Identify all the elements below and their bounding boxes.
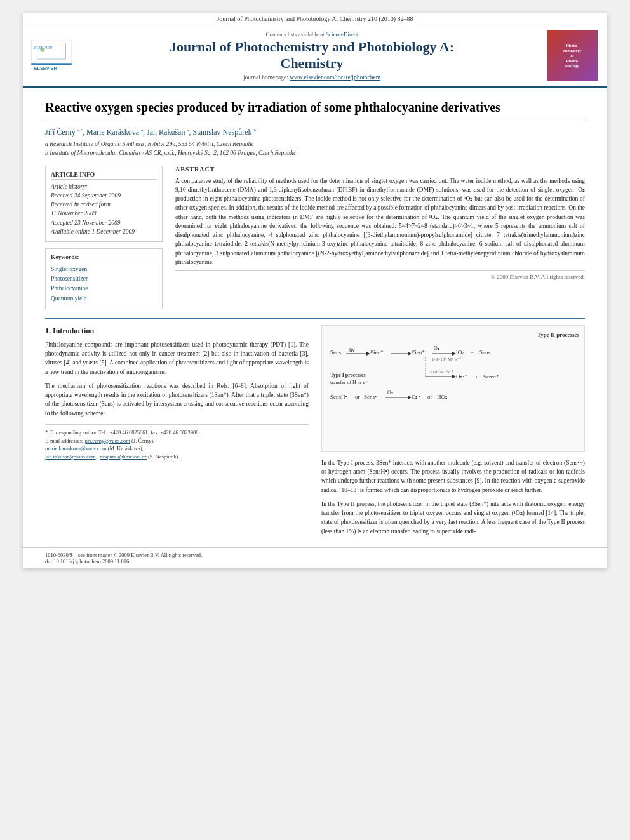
intro-section: 1. Introduction Phthalocyanine compounds… bbox=[45, 325, 585, 536]
journal-homepage: journal homepage: www.elsevier.com/locat… bbox=[86, 74, 537, 81]
svg-text:O₂: O₂ bbox=[387, 390, 393, 396]
keyword-1: Singlet oxygen bbox=[51, 265, 157, 274]
svg-text:¹O₂: ¹O₂ bbox=[456, 349, 464, 356]
intro-right: Type II processes Sens hν ¹Sen* ³Sen* O₂… bbox=[321, 325, 585, 536]
svg-text:hν: hν bbox=[349, 347, 355, 353]
affiliations: a Research Institute of Organic Synthesi… bbox=[45, 140, 585, 158]
email-link-2[interactable]: marie.karaskova@vuos.com bbox=[45, 445, 107, 451]
bottom-line2: doi:10.1016/j.jphotochem.2009.11.016 bbox=[45, 558, 585, 564]
intro-left: 1. Introduction Phthalocyanine compounds… bbox=[45, 325, 309, 536]
bottom-bar: 1010-6030/$ – see front matter © 2009 El… bbox=[23, 547, 607, 568]
email3-separator: , bbox=[97, 453, 98, 460]
reaction-scheme-svg: Sens hν ¹Sen* ³Sen* O₂ ¹O₂ + Sens 1-3×10… bbox=[327, 342, 543, 443]
svg-text:Sens: Sens bbox=[479, 349, 491, 356]
emails-label: E-mail addresses: bbox=[45, 437, 83, 444]
svg-text:🌿: 🌿 bbox=[40, 48, 44, 53]
svg-text:SensH•: SensH• bbox=[330, 394, 347, 400]
journal-logo-text: Photo-chemistry&Photo-biology bbox=[563, 43, 582, 69]
elsevier-logo-icon: ELSEVIER 🌿 ELSEVIER bbox=[29, 40, 74, 72]
svg-text:O₂: O₂ bbox=[434, 345, 439, 351]
footnote-corresponding: * Corresponding author. Tel.: +420 46 68… bbox=[45, 429, 309, 437]
svg-text:<10⁷ M⁻¹s⁻¹: <10⁷ M⁻¹s⁻¹ bbox=[430, 370, 453, 375]
footnote-emails: E-mail addresses: jiri.cerny@vuos.com (J… bbox=[45, 437, 309, 461]
history-heading: Article history: bbox=[51, 182, 157, 191]
email2-name: (M. Karáskova), bbox=[108, 445, 144, 451]
svg-text:Sens: Sens bbox=[330, 349, 342, 356]
authors-text: Jiří Černý a,*, Marie Karáskova a, Jan R… bbox=[45, 128, 256, 137]
received-revised-date: 11 November 2009 bbox=[51, 209, 157, 218]
svg-text:Sens•⁻: Sens•⁻ bbox=[364, 394, 380, 400]
header-area: ELSEVIER 🌿 ELSEVIER Contents lists avail… bbox=[23, 25, 607, 88]
email-link-3[interactable]: jan.rakusan@vuos.com bbox=[45, 453, 96, 460]
homepage-url[interactable]: www.elsevier.com/locate/jphotochem bbox=[290, 74, 380, 81]
svg-text:Sens•⁺: Sens•⁺ bbox=[483, 373, 499, 380]
svg-text:1-3×10⁹ M⁻¹s⁻¹: 1-3×10⁹ M⁻¹s⁻¹ bbox=[432, 357, 461, 362]
svg-rect-0 bbox=[31, 40, 72, 63]
article-info-heading: ARTICLE INFO bbox=[51, 171, 157, 180]
journal-citation: Journal of Photochemistry and Photobiolo… bbox=[217, 15, 413, 22]
intro-right-para1: In the Type I process, 3Sen* interacts w… bbox=[321, 458, 585, 495]
received-date: Received 24 September 2009 bbox=[51, 191, 157, 200]
keyword-3: Phthalocyanine bbox=[51, 284, 157, 293]
journal-title-line1: Journal of Photochemistry and Photobiolo… bbox=[86, 39, 537, 55]
abstract-heading: ABSTRACT bbox=[175, 166, 585, 173]
article-title: Reactive oxygen species produced by irra… bbox=[45, 99, 585, 121]
svg-text:or: or bbox=[355, 394, 360, 400]
journal-logo-box: Photo-chemistry&Photo-biology bbox=[547, 30, 598, 81]
intro-para2: The mechanism of photosensitization reac… bbox=[45, 382, 309, 418]
email-link-1[interactable]: jiri.cerny@vuos.com bbox=[84, 437, 130, 444]
main-content: Reactive oxygen species produced by irra… bbox=[23, 88, 607, 547]
intro-heading: 1. Introduction bbox=[45, 325, 309, 337]
section-divider bbox=[45, 318, 585, 319]
abstract-section: ABSTRACT A comparative study of the reli… bbox=[175, 166, 585, 309]
svg-text:³Sen*: ³Sen* bbox=[412, 349, 425, 356]
svg-text:O₂•⁻: O₂•⁻ bbox=[412, 394, 424, 400]
affiliation-b: b Institute of Macromolecular Chemistry … bbox=[45, 149, 585, 157]
reaction-scheme-title: Type II processes bbox=[327, 331, 579, 340]
reaction-scheme: Type II processes Sens hν ¹Sen* ³Sen* O₂… bbox=[321, 325, 585, 452]
page: Journal of Photochemistry and Photobiolo… bbox=[23, 13, 607, 568]
keywords-heading: Keywords: bbox=[51, 254, 157, 262]
journal-title-line2: Chemistry bbox=[86, 55, 537, 72]
authors: Jiří Černý a,*, Marie Karáskova a, Jan R… bbox=[45, 128, 585, 137]
intro-right-para2: In the Type II process, the photosensiti… bbox=[321, 500, 585, 536]
svg-text:+: + bbox=[471, 349, 474, 356]
received-revised-label: Received in revised form bbox=[51, 200, 157, 209]
copyright-line: © 2009 Elsevier B.V. All rights reserved… bbox=[175, 270, 585, 280]
intro-para1: Phthalocyanine compounds are important p… bbox=[45, 340, 309, 377]
journal-top-bar: Journal of Photochemistry and Photobiolo… bbox=[23, 13, 607, 25]
sciencedirect-link[interactable]: ScienceDirect bbox=[326, 31, 358, 37]
svg-text:transfer of H or e⁻: transfer of H or e⁻ bbox=[330, 380, 368, 385]
header-left: ELSEVIER 🌿 ELSEVIER bbox=[29, 30, 80, 81]
available-date: Available online 1 December 2009 bbox=[51, 227, 157, 236]
bottom-line1: 1010-6030/$ – see front matter © 2009 El… bbox=[45, 552, 585, 558]
affiliation-a: a Research Institute of Organic Synthesi… bbox=[45, 140, 585, 149]
article-info-abstract-row: ARTICLE INFO Article history: Received 2… bbox=[45, 166, 585, 309]
accepted-date: Accepted 23 November 2009 bbox=[51, 218, 157, 227]
svg-text:or: or bbox=[427, 394, 432, 400]
header-right: Photo-chemistry&Photo-biology bbox=[544, 30, 601, 81]
email4-name: (S. Nešpůrek). bbox=[148, 453, 179, 460]
svg-text:¹Sen*: ¹Sen* bbox=[370, 349, 384, 356]
keywords-box: Keywords: Singlet oxygen Photosensitizer… bbox=[45, 248, 163, 309]
svg-text:+: + bbox=[475, 373, 478, 380]
email-link-4[interactable]: nespurek@imc.cas.cz bbox=[100, 453, 147, 460]
left-column: ARTICLE INFO Article history: Received 2… bbox=[45, 166, 163, 309]
email1-name: (J. Černý), bbox=[131, 437, 154, 444]
svg-text:O₂•⁻: O₂•⁻ bbox=[456, 373, 468, 380]
svg-text:HO₂: HO₂ bbox=[437, 394, 448, 400]
keyword-2: Photosensitizer bbox=[51, 274, 157, 284]
keyword-4: Quantum yield bbox=[51, 294, 157, 303]
header-center: Contents lists available at ScienceDirec… bbox=[86, 30, 537, 81]
sciencedirect-line: Contents lists available at ScienceDirec… bbox=[86, 31, 537, 37]
article-info-box: ARTICLE INFO Article history: Received 2… bbox=[45, 166, 163, 243]
svg-text:Type I processes: Type I processes bbox=[330, 372, 366, 378]
svg-text:ELSEVIER: ELSEVIER bbox=[34, 65, 58, 71]
abstract-text: A comparative study of the reliability o… bbox=[175, 177, 585, 267]
footnote-area: * Corresponding author. Tel.: +420 46 68… bbox=[45, 424, 309, 461]
